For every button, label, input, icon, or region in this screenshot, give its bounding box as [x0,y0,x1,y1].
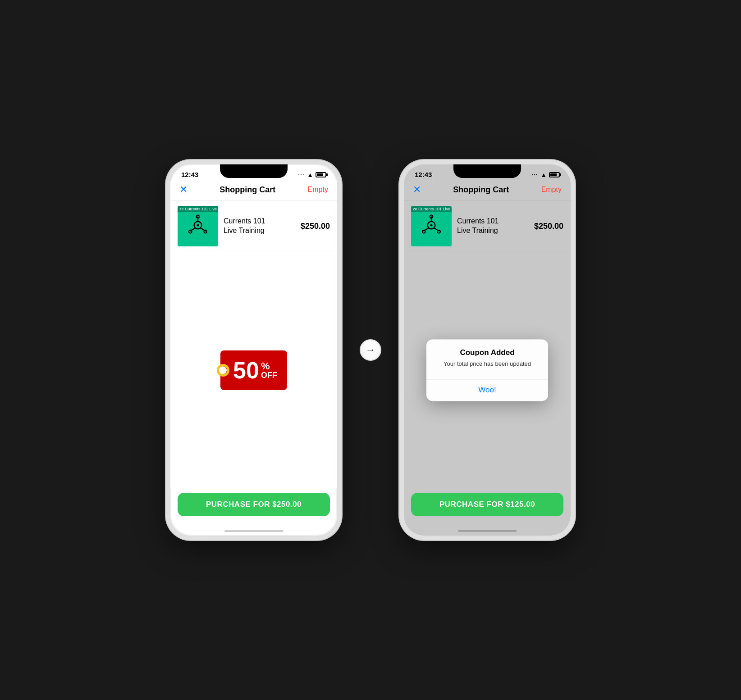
signal-dots-1: ··· [298,172,305,177]
wifi-icon-1: ▲ [307,171,313,178]
alert-body: Coupon Added Your total price has been u… [426,339,548,372]
battery-icon-1 [316,172,326,177]
tag-percent-1: % OFF [261,361,277,379]
time-2: 12:43 [415,171,432,178]
nav-header-2: ✕ Shopping Cart Empty [404,180,571,200]
purchase-button-2[interactable]: PURCHASE FOR $125.00 [411,493,563,516]
status-icons-2: ··· ▲ [532,171,560,178]
phone-frame-1: 12:43 ··· ▲ ✕ Shopping Cart Empty [166,160,342,540]
alert-message: Your total price has been updated [434,360,541,368]
alert-action-button[interactable]: Woo! [426,380,548,401]
nav-header-1: ✕ Shopping Cart Empty [170,180,337,200]
svg-point-6 [189,230,192,233]
svg-point-9 [430,224,433,227]
notch-2 [453,164,521,178]
time-1: 12:43 [181,171,198,178]
battery-fill-1 [317,173,323,176]
coupon-area-1: 50 % OFF [170,252,337,488]
purchase-button-1[interactable]: PURCHASE FOR $250.00 [178,493,330,516]
svg-point-1 [197,224,199,227]
cart-item-1: ze Currents 101 Live Traini [170,200,337,252]
dim-content-area: Coupon Added Your total price has been u… [404,252,571,488]
coupon-tag-1: 50 % OFF [220,350,287,390]
nav-title-1: Shopping Cart [220,185,275,195]
chain-icon-1 [187,214,209,238]
screen-1: 12:43 ··· ▲ ✕ Shopping Cart Empty [170,164,337,536]
percent-number-1: 50 [233,357,259,384]
image-label-2: ze Currents 101 Live Traini [411,206,452,212]
status-icons-1: ··· ▲ [298,171,326,178]
phone-before: 12:43 ··· ▲ ✕ Shopping Cart Empty [166,160,342,540]
product-image-2: ze Currents 101 Live Traini [411,206,452,246]
product-info-1: Currents 101 Live Training [218,217,301,236]
transition-arrow: → [360,339,381,361]
nav-title-2: Shopping Cart [453,185,509,195]
home-indicator-2 [458,530,517,532]
tag-body-1: 50 % OFF [220,350,287,390]
svg-point-15 [437,230,440,233]
svg-point-14 [422,230,425,233]
product-price-1: $250.00 [301,222,330,231]
close-button-2[interactable]: ✕ [413,184,421,195]
empty-button-1[interactable]: Empty [308,186,328,194]
tag-ring-1 [217,364,229,377]
percent-sign-1: % [261,361,277,371]
product-name-1: Currents 101 Live Training [224,217,295,236]
screen-2: 12:43 ··· ▲ ✕ Shopping Cart Empty [404,164,571,536]
cart-item-2: ze Currents 101 Live Traini [404,200,571,252]
product-image-1: ze Currents 101 Live Traini [178,206,218,246]
empty-button-2[interactable]: Empty [541,186,562,194]
notch-1 [220,164,288,178]
signal-dots-2: ··· [532,172,538,177]
wifi-icon-2: ▲ [540,171,547,178]
alert-dialog: Coupon Added Your total price has been u… [426,339,548,401]
image-label-1: ze Currents 101 Live Traini [178,206,218,212]
close-button-1[interactable]: ✕ [179,184,188,195]
phone-after: 12:43 ··· ▲ ✕ Shopping Cart Empty [399,160,575,540]
battery-icon-2 [549,172,560,177]
scene: 12:43 ··· ▲ ✕ Shopping Cart Empty [166,160,575,540]
product-name-2: Currents 101 Live Training [457,217,529,236]
alert-title: Coupon Added [434,348,541,357]
svg-point-7 [204,230,207,233]
product-info-2: Currents 101 Live Training [452,217,534,236]
chain-icon-2 [420,214,443,238]
off-label-1: OFF [261,371,277,379]
phone-frame-2: 12:43 ··· ▲ ✕ Shopping Cart Empty [399,160,575,540]
battery-fill-2 [550,173,557,176]
home-indicator-1 [224,530,283,532]
product-price-2: $250.00 [534,222,563,231]
